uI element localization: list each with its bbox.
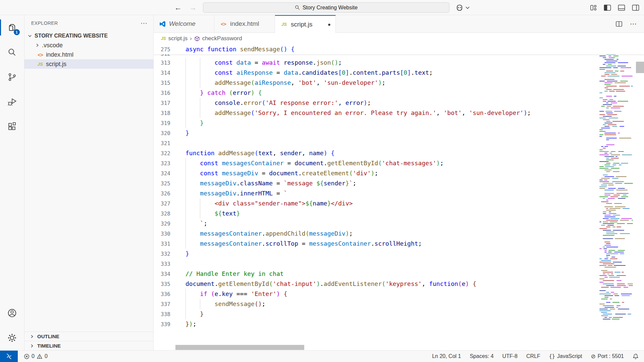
- timeline-section[interactable]: TIMELINE: [24, 341, 153, 350]
- code-line[interactable]: 330 messagesContainer.appendChild(messag…: [154, 229, 644, 239]
- code-line[interactable]: 314 const aiResponse = data.candidates[0…: [154, 68, 644, 78]
- indentation-setting[interactable]: Spaces: 4: [470, 353, 493, 359]
- code-line[interactable]: 317 console.error('AI response error:', …: [154, 98, 644, 108]
- copilot-menu[interactable]: [455, 3, 470, 13]
- horizontal-scrollbar-thumb[interactable]: [175, 345, 304, 350]
- code-line[interactable]: 313 const data = await response.json();: [154, 58, 644, 68]
- customize-layout-button[interactable]: [590, 4, 597, 11]
- back-arrow-icon[interactable]: ←: [174, 4, 182, 11]
- title-bar: ← → Story Creating Website: [0, 0, 644, 15]
- code-line[interactable]: 322function addMessage(text, sender, nam…: [154, 148, 644, 158]
- code-line[interactable]: 334// Handle Enter key in chat: [154, 269, 644, 279]
- bell-icon[interactable]: [633, 353, 639, 360]
- code-line[interactable]: 318 addMessage('Sorry, I encountered an …: [154, 108, 644, 118]
- command-center-search[interactable]: Story Creating Website: [203, 2, 449, 13]
- code-line[interactable]: 321: [154, 138, 644, 148]
- js-file-icon: JS: [280, 22, 288, 27]
- modified-dot-icon[interactable]: ●: [328, 21, 331, 27]
- settings-gear-icon[interactable]: [0, 325, 24, 350]
- code-line[interactable]: 327 <div class="sender-name">${name}</di…: [154, 198, 644, 208]
- breadcrumb-file[interactable]: script.js: [168, 35, 188, 42]
- port-slash-icon: ⊘: [591, 353, 595, 360]
- tab-welcome[interactable]: Welcome: [154, 15, 214, 33]
- code-line[interactable]: 339});: [154, 319, 644, 329]
- explorer-icon[interactable]: 1: [0, 15, 24, 40]
- remote-indicator[interactable]: [0, 351, 18, 362]
- code-line[interactable]: 338 }: [154, 309, 644, 319]
- explorer-more-actions-icon[interactable]: ⋯: [141, 21, 148, 25]
- line-number: 314: [154, 68, 170, 78]
- breadcrumb-symbol[interactable]: checkPassword: [202, 35, 242, 42]
- chevron-right-icon: [29, 334, 35, 339]
- tab-script-js[interactable]: JS script.js ●: [275, 15, 336, 33]
- code-line[interactable]: 329 `;: [154, 219, 644, 229]
- line-number: 332: [154, 249, 170, 259]
- cursor-position[interactable]: Ln 20, Col 1: [432, 353, 461, 359]
- code-line[interactable]: 326 messageDiv.innerHTML = `: [154, 188, 644, 198]
- chevron-down-icon: [27, 33, 33, 39]
- extensions-icon[interactable]: [0, 114, 24, 139]
- port-indicator[interactable]: ⊘ Port : 5501: [591, 353, 624, 360]
- code-lines[interactable]: 313 const data = await response.json();3…: [154, 58, 644, 329]
- chevron-right-icon: [35, 43, 40, 48]
- tree-item-index-html[interactable]: <> index.html: [24, 50, 153, 59]
- code-line[interactable]: 319 }: [154, 118, 644, 128]
- toggle-panel-button[interactable]: [618, 4, 625, 11]
- line-number: 338: [154, 309, 170, 319]
- indent-guide: [185, 299, 186, 309]
- outline-section[interactable]: OUTLINE: [24, 331, 153, 341]
- chevron-down-icon: [466, 6, 470, 9]
- code-line[interactable]: 328 ${text}: [154, 208, 644, 219]
- minimap[interactable]: [599, 45, 635, 323]
- line-number: 329: [154, 219, 170, 229]
- line-number: 339: [154, 319, 170, 329]
- code-line[interactable]: 336 if (e.key === 'Enter') {: [154, 289, 644, 299]
- split-editor-button[interactable]: [615, 21, 623, 27]
- breadcrumb: JS script.js › checkPassword: [154, 33, 644, 44]
- sticky-scroll-line[interactable]: 275async function sendMessage() {: [154, 44, 644, 54]
- code-line[interactable]: 323 const messagesContainer = document.g…: [154, 158, 644, 168]
- indent-guide: [185, 168, 186, 178]
- partially-hidden-line: 312: [154, 54, 644, 58]
- code-line[interactable]: 324 const messageDiv = document.createEl…: [154, 168, 644, 178]
- html-file-icon: <>: [220, 21, 227, 27]
- code-line[interactable]: 333: [154, 259, 644, 269]
- forward-arrow-icon[interactable]: →: [189, 4, 197, 11]
- encoding-setting[interactable]: UTF-8: [502, 353, 518, 359]
- code-editor[interactable]: 275async function sendMessage() { 312 31…: [154, 44, 644, 350]
- code-line[interactable]: 316 } catch (error) {: [154, 88, 644, 98]
- code-line[interactable]: 335document.getElementById('chat-input')…: [154, 279, 644, 289]
- code-line[interactable]: 275async function sendMessage() {: [154, 44, 644, 54]
- copilot-icon: [455, 4, 464, 11]
- source-control-icon[interactable]: [0, 65, 24, 89]
- indent-guide: [185, 309, 186, 319]
- language-mode[interactable]: {} JavaScript: [549, 353, 582, 359]
- folder-root-row[interactable]: STORY CREATING WEBSITE: [24, 31, 153, 41]
- line-number: 321: [154, 138, 170, 148]
- code-line[interactable]: 331 messagesContainer.scrollTop = messag…: [154, 239, 644, 249]
- indent-guide: [200, 58, 200, 68]
- line-content: function addMessage(text, sender, name) …: [185, 148, 334, 158]
- tree-item-script-js[interactable]: JS script.js: [24, 59, 153, 69]
- vertical-scrollbar-thumb[interactable]: [636, 62, 644, 73]
- indent-guide: [185, 198, 186, 208]
- code-line[interactable]: 325 messageDiv.className = `message ${se…: [154, 178, 644, 188]
- toggle-secondary-sidebar-button[interactable]: [632, 4, 639, 11]
- search-view-icon[interactable]: [0, 40, 24, 65]
- account-icon[interactable]: [0, 301, 24, 325]
- toggle-primary-sidebar-button[interactable]: [604, 4, 611, 11]
- vscode-window: ← → Story Creating Website: [0, 0, 644, 362]
- indent-guide: [200, 299, 200, 309]
- remote-icon: [6, 353, 12, 360]
- code-line[interactable]: 320}: [154, 128, 644, 138]
- code-line[interactable]: 332}: [154, 249, 644, 259]
- run-debug-icon[interactable]: [0, 89, 24, 114]
- eol-setting[interactable]: CRLF: [526, 353, 540, 359]
- tab-index-html[interactable]: <> index.html: [214, 15, 275, 33]
- tree-item-vscode[interactable]: .vscode: [24, 41, 153, 50]
- problems-indicator[interactable]: 0 0: [24, 353, 48, 359]
- code-line[interactable]: 315 addMessage(aiResponse, 'bot', 'sun-d…: [154, 78, 644, 88]
- editor-more-actions-icon[interactable]: ⋯: [630, 22, 637, 25]
- line-number: 331: [154, 239, 170, 249]
- code-line[interactable]: 337 sendMessage();: [154, 299, 644, 309]
